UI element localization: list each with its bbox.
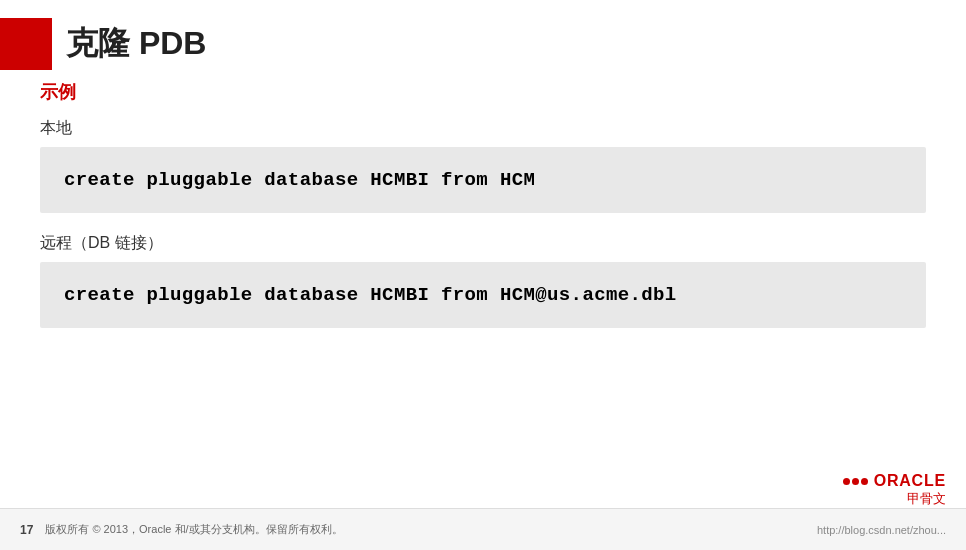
footer: 17 版权所有 © 2013，Oracle 和/或其分支机构。保留所有权利。 h…: [0, 508, 966, 550]
footer-left: 17 版权所有 © 2013，Oracle 和/或其分支机构。保留所有权利。: [20, 522, 343, 537]
local-code-text: create pluggable database HCMBI from HCM: [64, 169, 535, 191]
local-code-block: create pluggable database HCMBI from HCM: [40, 147, 926, 213]
local-label: 本地: [40, 118, 926, 139]
remote-code-block: create pluggable database HCMBI from HCM…: [40, 262, 926, 328]
remote-code-text: create pluggable database HCMBI from HCM…: [64, 284, 677, 306]
subtitle: 示例: [40, 80, 926, 104]
oracle-chinese-text: 甲骨文: [907, 490, 946, 508]
dot-1: [843, 478, 850, 485]
dot-2: [852, 478, 859, 485]
footer-url: http://blog.csdn.net/zhou...: [817, 524, 946, 536]
oracle-brand-row: ORACLE: [843, 472, 946, 490]
page-title: 克隆 PDB: [66, 22, 206, 66]
main-content: 示例 本地 create pluggable database HCMBI fr…: [0, 80, 966, 508]
header: 克隆 PDB: [0, 0, 966, 80]
slide: 克隆 PDB 示例 本地 create pluggable database H…: [0, 0, 966, 550]
footer-copyright: 版权所有 © 2013，Oracle 和/或其分支机构。保留所有权利。: [45, 522, 342, 537]
dot-3: [861, 478, 868, 485]
oracle-dots: [843, 478, 868, 485]
red-square-decoration: [0, 18, 52, 70]
oracle-logo: ORACLE 甲骨文: [843, 472, 946, 508]
page-number: 17: [20, 523, 33, 537]
oracle-text: ORACLE: [874, 472, 946, 490]
remote-label: 远程（DB 链接）: [40, 233, 926, 254]
